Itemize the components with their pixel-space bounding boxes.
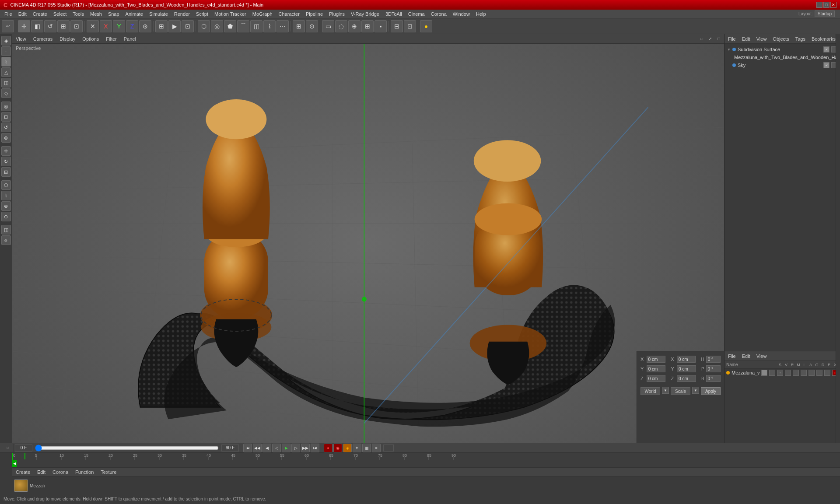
menu-tools[interactable]: Tools xyxy=(70,10,87,18)
menu-plugins[interactable]: Plugins xyxy=(326,10,347,18)
close-button[interactable]: ✕ xyxy=(830,2,836,8)
timeline-playhead[interactable] xyxy=(24,453,25,459)
attr-vis-6[interactable] xyxy=(801,370,807,376)
sidebar-move-tool[interactable]: ✛ xyxy=(1,146,11,156)
attr-object-row[interactable]: Mezzaluna_with_Two_Blades_and_Wooden_Han… xyxy=(724,369,840,377)
camera-button[interactable]: ⬟ xyxy=(224,20,236,32)
floor-button[interactable]: ▭ xyxy=(322,20,334,32)
attr-vis-5[interactable] xyxy=(793,370,799,376)
world-dropdown[interactable]: ▼ xyxy=(662,387,669,394)
sky-button[interactable]: ◌ xyxy=(335,20,347,32)
viewport[interactable]: View Cameras Display Options Filter Pane… xyxy=(12,34,724,443)
obj-menu-view[interactable]: View xyxy=(755,36,769,42)
xaxis-button[interactable]: X xyxy=(100,20,112,32)
light-button[interactable]: ● xyxy=(420,20,432,32)
mat-menu-create[interactable]: Create xyxy=(14,469,32,475)
attr-vis-9[interactable] xyxy=(824,370,830,376)
sidebar-point-mode[interactable]: · xyxy=(1,46,11,56)
vp-menu-options[interactable]: Options xyxy=(80,36,101,42)
attr-menu-view[interactable]: View xyxy=(755,354,769,359)
menu-animate[interactable]: Animate xyxy=(123,10,146,18)
maximize-button[interactable]: □ xyxy=(823,2,830,8)
sidebar-uv-mode[interactable]: ◫ xyxy=(1,78,11,88)
snap-button[interactable]: ⊡ xyxy=(404,20,416,32)
menu-3dtoall[interactable]: 3DToAll xyxy=(383,10,405,18)
bg-button[interactable]: ▪ xyxy=(374,20,387,32)
mat-menu-edit[interactable]: Edit xyxy=(35,469,47,475)
grid-button[interactable]: ⊟ xyxy=(391,20,403,32)
render-settings-button[interactable]: ⊞ xyxy=(293,20,305,32)
menu-corona[interactable]: Corona xyxy=(428,10,449,18)
sidebar-poly-mode[interactable]: △ xyxy=(1,67,11,77)
sidebar-rotate-tool[interactable]: ↻ xyxy=(1,157,11,166)
mat-menu-corona[interactable]: Corona xyxy=(51,469,70,475)
sidebar-scale-tool[interactable]: ⊞ xyxy=(1,167,11,177)
menu-window[interactable]: Window xyxy=(450,10,472,18)
menu-motion-tracker[interactable]: Motion Tracker xyxy=(212,10,249,18)
hair-button[interactable]: ⌇ xyxy=(263,20,276,32)
coord-y-rot[interactable]: 0 cm xyxy=(677,365,696,372)
attr-vis-3[interactable]: : xyxy=(777,370,783,376)
menu-edit[interactable]: Edit xyxy=(16,10,29,18)
selection-button[interactable]: ✕ xyxy=(87,20,99,32)
mat-menu-texture[interactable]: Texture xyxy=(99,469,118,475)
menu-cinema[interactable]: Cinema xyxy=(406,10,427,18)
prev-frame-btn[interactable]: ◀◀ xyxy=(253,444,262,452)
menu-mograph[interactable]: MoGraph xyxy=(250,10,275,18)
sidebar-edge-mode[interactable]: ⌇ xyxy=(1,57,11,66)
vp-fullscreen-btn[interactable]: □ xyxy=(715,35,722,42)
sidebar-loop-sel[interactable]: ↺ xyxy=(1,122,11,132)
next-key-btn[interactable]: ▷ xyxy=(291,444,300,452)
menu-pipeline[interactable]: Pipeline xyxy=(303,10,326,18)
cloth-button[interactable]: ◫ xyxy=(250,20,262,32)
goto-start-btn[interactable]: ⏮ xyxy=(243,444,252,452)
attr-vis-4[interactable] xyxy=(785,370,791,376)
world-button[interactable]: World xyxy=(640,387,660,395)
prev-key-btn[interactable]: ◀ xyxy=(262,444,271,452)
start-marker[interactable]: ◀ xyxy=(12,460,17,467)
menu-file[interactable]: File xyxy=(2,10,15,18)
coord-z-pos[interactable]: 0 cm xyxy=(647,375,666,382)
coord-y-pos[interactable]: 0 cm xyxy=(647,365,666,372)
scale-button[interactable]: Scale xyxy=(671,387,690,395)
menu-create[interactable]: Create xyxy=(30,10,50,18)
obj-item-mezzaluna[interactable]: Mezzaluna_with_Two_Blades_and_Wooden_Han… xyxy=(732,53,838,61)
sidebar-model-mode[interactable]: ◈ xyxy=(1,36,11,46)
menu-mesh[interactable]: Mesh xyxy=(88,10,105,18)
region-render-button[interactable]: ⊡ xyxy=(182,20,194,32)
scale-dropdown[interactable]: ▼ xyxy=(692,387,699,394)
frame-slider[interactable] xyxy=(35,446,219,450)
motion-btn[interactable]: ✦ xyxy=(353,444,361,452)
current-frame-display[interactable]: 0 F xyxy=(15,444,32,452)
sidebar-extrude[interactable]: ⬡ xyxy=(1,180,11,190)
rotate-mode-button[interactable]: ↺ xyxy=(44,20,56,32)
frame-anim-button[interactable]: ⊞ xyxy=(155,20,168,32)
render-anim-button[interactable]: ▶ xyxy=(168,20,181,32)
world-mode-button[interactable]: ⊛ xyxy=(139,20,151,32)
vp-menu-display[interactable]: Display xyxy=(58,36,77,42)
sidebar-paint[interactable]: ⌾ xyxy=(1,235,11,245)
sidebar-outline-sel[interactable]: ⊛ xyxy=(1,133,11,143)
sidebar-bridge[interactable]: ⊗ xyxy=(1,201,11,211)
object-mode-button[interactable]: ◧ xyxy=(31,20,43,32)
sidebar-obj-mode[interactable]: ◇ xyxy=(1,88,11,98)
scale-mode-button[interactable]: ⊞ xyxy=(57,20,70,32)
coord-x-pos[interactable]: 0 cm xyxy=(647,356,666,363)
undo-button[interactable]: ↩ xyxy=(2,20,14,32)
menu-help[interactable]: Help xyxy=(473,10,489,18)
sky-visibility-1[interactable]: ✓ xyxy=(823,62,830,68)
obj-menu-file[interactable]: File xyxy=(726,36,738,42)
title-bar-controls[interactable]: ─ □ ✕ xyxy=(816,2,836,8)
attr-vis-1[interactable] xyxy=(761,370,767,376)
lamp-button[interactable]: ◎ xyxy=(211,20,223,32)
render-to-po-button[interactable]: ⊙ xyxy=(306,20,318,32)
sidebar-knife[interactable]: ⌇ xyxy=(1,191,11,200)
menu-snap[interactable]: Snap xyxy=(105,10,122,18)
subdiv-visibility-1[interactable]: ✓ xyxy=(823,46,830,52)
apply-button[interactable]: Apply xyxy=(701,387,721,395)
attr-menu-file[interactable]: File xyxy=(726,354,738,359)
obj-item-sky[interactable]: Sky ✓ xyxy=(732,61,838,69)
record-auto-btn[interactable]: ◉ xyxy=(333,444,342,452)
play-reverse-btn[interactable]: ◁ xyxy=(272,444,281,452)
minimize-button[interactable]: ─ xyxy=(816,2,822,8)
